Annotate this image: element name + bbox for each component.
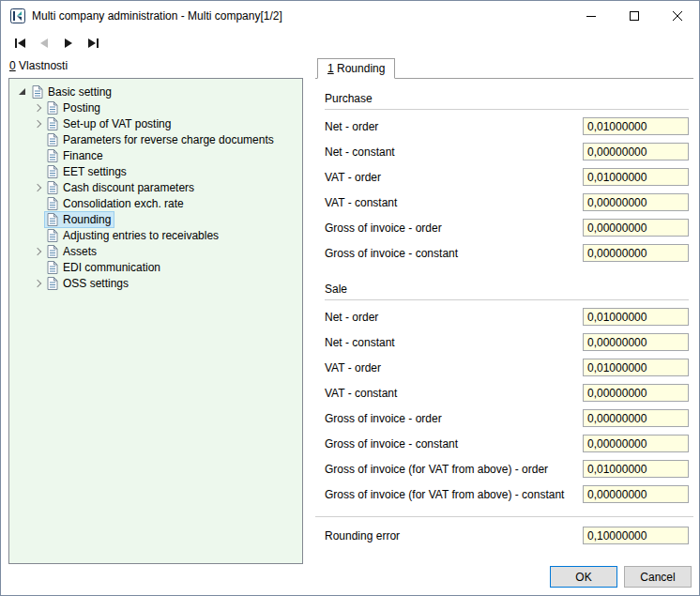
field-label: VAT - order: [325, 171, 388, 184]
tree-item-label: Cash discount parameters: [63, 181, 194, 194]
field-row: Gross of invoice - constant: [325, 240, 689, 266]
tree-item-label: Set-up of VAT posting: [63, 117, 171, 130]
tree-item-parameters-reverse-charge[interactable]: Parameters for reverse charge documents: [9, 131, 302, 147]
tree-item-setup-vat-posting[interactable]: Set-up of VAT posting: [9, 115, 302, 131]
field-row: Gross of invoice - constant: [325, 431, 689, 456]
previous-record-button[interactable]: [35, 34, 53, 53]
settings-tree: Basic setting Posting Set-up of VAT post…: [8, 78, 303, 564]
purchase-gross-order-input[interactable]: [583, 219, 689, 237]
tree-item-label: OSS settings: [63, 277, 129, 290]
field-row: VAT - order: [325, 355, 689, 380]
field-label: VAT - constant: [325, 387, 404, 400]
previous-record-icon: [40, 38, 48, 48]
sale-gross-vat-above-order-input[interactable]: [583, 460, 689, 478]
sale-net-order-input[interactable]: [583, 308, 689, 326]
tree-item-label: Assets: [63, 245, 97, 258]
tree-item-consolidation-exch-rate[interactable]: Consolidation exch. rate: [9, 195, 302, 211]
field-label: Gross of invoice (for VAT from above) - …: [325, 463, 555, 476]
document-icon: [46, 213, 59, 226]
maximize-button[interactable]: [613, 1, 656, 31]
field-row: Net - order: [325, 304, 689, 329]
tree-item-label: Parameters for reverse charge documents: [63, 133, 274, 146]
tab-strip: 1 Rounding: [315, 58, 693, 79]
chevron-right-icon[interactable]: [34, 281, 45, 286]
next-record-button[interactable]: [59, 34, 78, 53]
separator: [315, 516, 693, 517]
tree-item-basic-setting[interactable]: Basic setting: [9, 84, 302, 99]
tree-panel-label: 0 Vlastnosti: [9, 59, 68, 72]
tree-item-finance[interactable]: Finance: [9, 147, 302, 163]
group-title-sale: Sale: [325, 279, 689, 300]
document-icon: [46, 197, 59, 210]
tree-panel-accelerator: 0: [9, 59, 16, 72]
document-icon: [46, 277, 59, 290]
minimize-icon: [586, 16, 596, 17]
minimize-button[interactable]: [570, 1, 613, 31]
field-label: Gross of invoice - constant: [325, 247, 465, 260]
purchase-vat-order-input[interactable]: [583, 168, 689, 186]
tree-item-assets[interactable]: Assets: [9, 243, 302, 259]
rounding-error-input[interactable]: [583, 527, 689, 544]
field-row: Gross of invoice (for VAT from above) - …: [325, 481, 689, 507]
field-row: VAT - constant: [325, 380, 689, 405]
purchase-net-order-input[interactable]: [583, 117, 689, 135]
tree-item-edi-communication[interactable]: EDI communication: [9, 259, 302, 275]
field-row: Gross of invoice - order: [325, 215, 689, 240]
tree-item-label: Adjusting entries to receivables: [63, 229, 219, 242]
field-row: Rounding error: [325, 523, 689, 548]
tree-item-oss-settings[interactable]: OSS settings: [9, 275, 302, 291]
cancel-button[interactable]: Cancel: [624, 566, 692, 588]
first-record-icon: [15, 38, 17, 48]
tree-item-label: Consolidation exch. rate: [63, 197, 184, 210]
expanded-triangle-icon[interactable]: [19, 88, 30, 95]
document-icon: [46, 101, 59, 115]
document-icon: [31, 85, 44, 99]
chevron-right-icon[interactable]: [34, 185, 45, 191]
tree-item-label: EET settings: [63, 165, 127, 178]
sale-gross-order-input[interactable]: [583, 409, 689, 427]
tree-item-posting[interactable]: Posting: [9, 99, 302, 115]
last-record-button[interactable]: [84, 34, 102, 53]
ok-button[interactable]: OK: [550, 566, 617, 588]
tree-item-body: Basic setting: [30, 84, 114, 99]
tab-rounding[interactable]: 1 Rounding: [317, 58, 395, 79]
field-row: Gross of invoice (for VAT from above) - …: [325, 456, 689, 481]
field-label: Gross of invoice - order: [325, 222, 449, 235]
field-row: VAT - order: [325, 164, 689, 190]
tree-item-adjusting-entries[interactable]: Adjusting entries to receivables: [9, 227, 302, 243]
sale-gross-vat-above-constant-input[interactable]: [583, 485, 689, 503]
field-label: Gross of invoice - constant: [325, 437, 465, 451]
tree-item-label: Basic setting: [48, 85, 112, 99]
close-button[interactable]: [656, 1, 699, 31]
first-record-button[interactable]: [10, 34, 29, 53]
purchase-vat-constant-input[interactable]: [583, 193, 689, 211]
field-row: VAT - constant: [325, 190, 689, 215]
chevron-right-icon[interactable]: [34, 249, 45, 254]
field-label: VAT - constant: [325, 196, 404, 209]
window-title: Multi company administration - Multi com…: [32, 9, 570, 23]
purchase-net-constant-input[interactable]: [583, 143, 689, 160]
purchase-gross-constant-input[interactable]: [583, 244, 689, 262]
document-icon: [46, 165, 59, 178]
tree-item-eet-settings[interactable]: EET settings: [9, 163, 302, 179]
sale-vat-constant-input[interactable]: [583, 384, 689, 402]
chevron-right-icon[interactable]: [34, 105, 45, 111]
tree-item-label: Finance: [63, 149, 103, 162]
tree-item-rounding[interactable]: Rounding: [9, 211, 302, 227]
dialog-footer: OK Cancel: [550, 566, 692, 588]
group-title-purchase: Purchase: [325, 88, 689, 110]
tree-item-label: Posting: [63, 101, 100, 115]
tree-item-cash-discount-parameters[interactable]: Cash discount parameters: [9, 179, 302, 195]
document-icon: [46, 245, 59, 258]
field-label: Gross of invoice (for VAT from above) - …: [325, 488, 571, 501]
sale-vat-order-input[interactable]: [583, 359, 689, 376]
field-label: Gross of invoice - order: [325, 412, 449, 425]
field-label: VAT - order: [325, 361, 388, 374]
field-label: Net - constant: [325, 145, 403, 159]
tree-item-label: Rounding: [63, 213, 111, 226]
field-row: Net - constant: [325, 139, 689, 164]
title-bar[interactable]: Multi company administration - Multi com…: [1, 1, 699, 31]
sale-net-constant-input[interactable]: [583, 333, 689, 351]
chevron-right-icon[interactable]: [34, 121, 45, 127]
sale-gross-constant-input[interactable]: [583, 435, 689, 452]
